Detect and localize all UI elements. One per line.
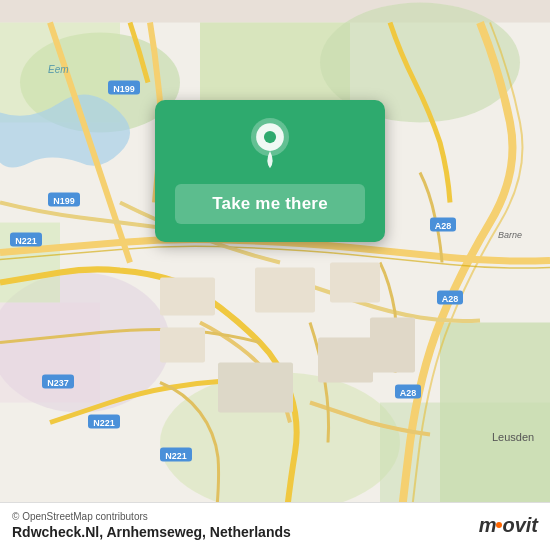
svg-text:N221: N221 [165,451,187,461]
svg-rect-16 [318,338,373,383]
moovit-logo: movit [479,514,538,537]
svg-text:Leusden: Leusden [492,431,534,443]
svg-text:Barne: Barne [498,230,522,240]
bottom-bar: © OpenStreetMap contributors Rdwcheck.Nl… [0,502,550,550]
svg-rect-12 [330,263,380,303]
svg-rect-14 [160,328,205,363]
copyright-text: © OpenStreetMap contributors [12,511,291,522]
svg-text:A28: A28 [400,388,417,398]
map-container: N199 N199 N221 N221 N221 N237 A28 A28 A2… [0,0,550,550]
svg-rect-17 [370,318,415,373]
svg-text:A28: A28 [435,221,452,231]
popup-card: Take me there [155,100,385,242]
svg-text:N199: N199 [53,196,75,206]
svg-text:Eem: Eem [48,64,69,75]
take-me-there-button[interactable]: Take me there [175,184,365,224]
svg-text:N237: N237 [47,378,69,388]
svg-point-41 [264,131,276,143]
svg-text:N199: N199 [113,84,135,94]
svg-rect-15 [218,363,293,413]
moovit-brand-text: movit [479,514,538,537]
bottom-left-info: © OpenStreetMap contributors Rdwcheck.Nl… [12,511,291,540]
svg-text:N221: N221 [15,236,37,246]
svg-rect-11 [255,268,315,313]
svg-text:A28: A28 [442,294,459,304]
svg-rect-13 [160,278,215,316]
map-background: N199 N199 N221 N221 N221 N237 A28 A28 A2… [0,0,550,550]
location-text: Rdwcheck.Nl, Arnhemseweg, Netherlands [12,524,291,540]
svg-text:N221: N221 [93,418,115,428]
location-pin-icon [244,118,296,170]
